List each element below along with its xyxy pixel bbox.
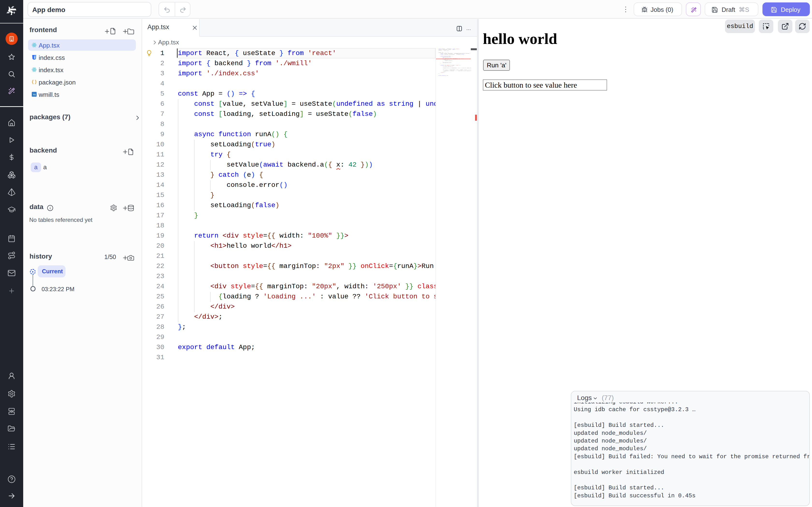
svg-text:3: 3 bbox=[34, 56, 35, 59]
svg-text:TS: TS bbox=[33, 94, 36, 96]
